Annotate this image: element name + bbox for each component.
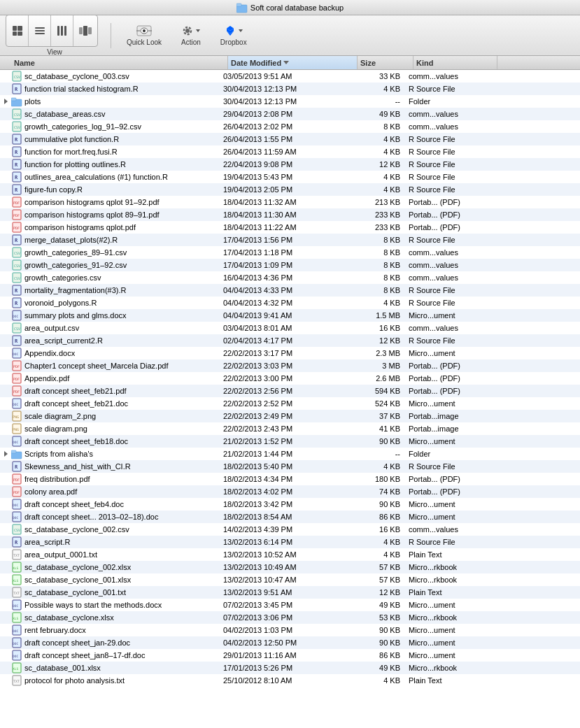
col-header-date[interactable]: Date Modified	[228, 56, 358, 69]
file-size: 233 KB	[350, 223, 406, 231]
file-icon-csv: CSV	[11, 247, 22, 258]
table-row[interactable]: DOCdraft concept sheet_feb21.doc22/02/20…	[0, 397, 580, 410]
table-row[interactable]: PDFAppendix.pdf22/02/2013 3:00 PM2.6 MBP…	[0, 372, 580, 385]
table-row[interactable]: Rfigure-fun copy.R19/04/2013 2:05 PM4 KB…	[0, 183, 580, 196]
file-size: 8 KB	[350, 273, 406, 282]
expand-arrow-icon[interactable]	[4, 451, 8, 457]
file-size: 90 KB	[350, 500, 406, 508]
table-row[interactable]: DOCsummary plots and glms.docx04/04/2013…	[0, 309, 580, 322]
file-name: sc_database_cyclone.xlsx	[24, 613, 220, 622]
list-view-button[interactable]	[29, 15, 51, 46]
col-header-kind[interactable]: Kind	[413, 56, 497, 69]
file-kind: Portab... (PDF)	[406, 210, 490, 219]
svg-text:PDF: PDF	[13, 364, 20, 369]
file-name: Appendix.docx	[24, 349, 220, 357]
table-row[interactable]: DOCPossible ways to start the methods.do…	[0, 599, 580, 611]
table-row[interactable]: XLSsc_database_cyclone_001.xlsx13/02/201…	[0, 573, 580, 586]
table-row[interactable]: PDFfreq distribution.pdf18/02/2013 4:34 …	[0, 473, 580, 485]
dropbox-button[interactable]: Dropbox	[212, 20, 255, 51]
table-row[interactable]: CSVgrowth_categories_91–92.csv17/04/2013…	[0, 259, 580, 271]
table-row[interactable]: CSVgrowth_categories_log_91–92.csv26/04/…	[0, 120, 580, 133]
action-button[interactable]: Action	[173, 20, 209, 51]
svg-text:CSV: CSV	[14, 125, 20, 129]
table-row[interactable]: CSVsc_database_cyclone_003.csv03/05/2013…	[0, 70, 580, 83]
file-icon-r: R	[11, 184, 22, 195]
view-switcher[interactable]	[6, 15, 98, 47]
table-row[interactable]: PDFdraft concept sheet_feb21.pdf22/02/20…	[0, 385, 580, 397]
file-kind: R Source File	[406, 236, 490, 244]
file-date: 22/02/2013 2:49 PM	[220, 412, 350, 420]
file-date: 30/04/2013 12:13 PM	[220, 97, 350, 106]
table-row[interactable]: Routlines_area_calculations (#1) functio…	[0, 171, 580, 183]
file-kind: R Source File	[406, 336, 490, 345]
table-row[interactable]: TXTarea_output_0001.txt13/02/2013 10:52 …	[0, 548, 580, 561]
svg-text:DOC: DOC	[13, 642, 18, 645]
file-size: 16 KB	[350, 324, 406, 332]
table-row[interactable]: XLSsc_database_001.xlsx17/01/2013 5:26 P…	[0, 662, 580, 674]
file-kind: Folder	[406, 450, 490, 458]
table-row[interactable]: DOCdraft concept sheet_jan8–17-df.doc29/…	[0, 649, 580, 662]
table-row[interactable]: Rcummulative plot function.R26/04/2013 1…	[0, 133, 580, 145]
table-row[interactable]: TXTsc_database_cyclone_001.txt13/02/2013…	[0, 586, 580, 599]
svg-text:PDF: PDF	[13, 490, 20, 494]
file-size: 4 KB	[350, 135, 406, 143]
table-row[interactable]: Rmortality_fragmentation(#3).R04/04/2013…	[0, 284, 580, 297]
table-row[interactable]: DOCrent february.docx04/02/2013 1:03 PM9…	[0, 624, 580, 636]
table-row[interactable]: TXTprotocol for photo analysis.txt25/10/…	[0, 674, 580, 687]
table-row[interactable]: CSVsc_database_cyclone_002.csv14/02/2013…	[0, 523, 580, 536]
column-view-button[interactable]	[51, 15, 73, 46]
file-size: 57 KB	[350, 576, 406, 584]
file-kind: Portab... (PDF)	[406, 387, 490, 395]
quick-look-button[interactable]: Quick Look	[118, 20, 170, 51]
table-row[interactable]: Rfunction for plotting outlines.R22/04/2…	[0, 158, 580, 171]
cover-flow-button[interactable]	[73, 15, 97, 46]
table-row[interactable]: Rfunction trial stacked histogram.R30/04…	[0, 83, 580, 95]
table-row[interactable]: DOCAppendix.docx22/02/2013 3:17 PM2.3 MB…	[0, 347, 580, 359]
file-name: growth_categories.csv	[24, 273, 220, 282]
col-header-size[interactable]: Size	[358, 56, 413, 69]
file-name: sc_database_cyclone_003.csv	[24, 72, 220, 80]
file-name: comparison histograms qplot.pdf	[24, 223, 220, 231]
table-row[interactable]: PDFcomparison histograms qplot.pdf18/04/…	[0, 221, 580, 234]
table-row[interactable]: CSVarea_output.csv03/04/2013 8:01 AM16 K…	[0, 322, 580, 334]
table-row[interactable]: PDFcomparison histograms qplot 89–91.pdf…	[0, 208, 580, 221]
file-name: draft concept sheet... 2013–02–18).doc	[24, 513, 220, 521]
expand-arrow-icon[interactable]	[4, 99, 8, 104]
table-row[interactable]: PNGscale diagram.png22/02/2013 2:43 PM41…	[0, 422, 580, 435]
table-row[interactable]: CSVgrowth_categories.csv16/04/2013 4:36 …	[0, 271, 580, 284]
table-row[interactable]: CSVsc_database_areas.csv29/04/2013 2:08 …	[0, 108, 580, 120]
table-row[interactable]: DOCdraft concept sheet_feb18.doc21/02/20…	[0, 435, 580, 448]
quick-look-label: Quick Look	[127, 38, 162, 46]
table-row[interactable]: PDFcolony area.pdf18/02/2013 4:02 PM74 K…	[0, 485, 580, 498]
table-row[interactable]: Scripts from alisha's21/02/2013 1:44 PM-…	[0, 448, 580, 460]
file-size: 12 KB	[350, 336, 406, 345]
table-row[interactable]: DOCdraft concept sheet... 2013–02–18).do…	[0, 511, 580, 523]
file-name: area_script_current2.R	[24, 336, 220, 345]
table-row[interactable]: DOCdraft concept sheet_jan-29.doc04/02/2…	[0, 636, 580, 649]
file-name: growth_categories_91–92.csv	[24, 261, 220, 269]
col-header-name[interactable]: Name	[11, 56, 228, 69]
svg-text:CSV: CSV	[14, 75, 20, 79]
table-row[interactable]: Rarea_script.R13/02/2013 6:14 PM4 KBR So…	[0, 536, 580, 548]
table-row[interactable]: CSVgrowth_categories_89–91.csv17/04/2013…	[0, 246, 580, 259]
file-kind: R Source File	[406, 135, 490, 143]
table-row[interactable]: XLSsc_database_cyclone_002.xlsx13/02/201…	[0, 561, 580, 573]
table-row[interactable]: Rarea_script_current2.R02/04/2013 4:17 P…	[0, 334, 580, 347]
table-row[interactable]: Rmerge_dataset_plots(#2).R17/04/2013 1:5…	[0, 234, 580, 246]
table-row[interactable]: XLSsc_database_cyclone.xlsx07/02/2013 3:…	[0, 611, 580, 624]
file-kind: R Source File	[406, 299, 490, 307]
table-row[interactable]: PDFChapter1 concept sheet_Marcela Diaz.p…	[0, 359, 580, 372]
table-row[interactable]: PNGscale diagram_2.png22/02/2013 2:49 PM…	[0, 410, 580, 422]
table-row[interactable]: DOCdraft concept sheet_feb4.doc18/02/201…	[0, 498, 580, 511]
file-icon-r: R	[11, 234, 22, 245]
file-date: 17/04/2013 1:18 PM	[220, 248, 350, 257]
svg-text:XLS: XLS	[13, 566, 18, 570]
table-row[interactable]: RSkewness_and_hist_with_CI.R18/02/2013 5…	[0, 460, 580, 473]
table-row[interactable]: plots30/04/2013 12:13 PM--Folder	[0, 95, 580, 108]
file-icon-csv: CSV	[11, 71, 22, 82]
table-row[interactable]: PDFcomparison histograms qplot 91–92.pdf…	[0, 196, 580, 208]
table-row[interactable]: Rvoronoid_polygons.R04/04/2013 4:32 PM4 …	[0, 297, 580, 309]
table-row[interactable]: Rfunction for mort.freq.fusi.R26/04/2013…	[0, 145, 580, 158]
grid-view-button[interactable]	[6, 15, 29, 46]
file-date: 03/05/2013 9:51 AM	[220, 72, 350, 80]
